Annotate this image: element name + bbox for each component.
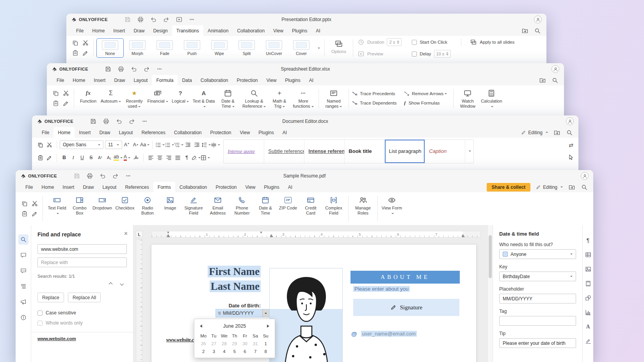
presentation-tab-ai[interactable]: AI <box>311 25 324 36</box>
calculation-button[interactable]: Calculation <box>479 87 504 110</box>
presentation-tab-animation[interactable]: Animation <box>203 25 233 36</box>
delay-checkbox[interactable] <box>412 51 417 57</box>
avatar[interactable] <box>581 172 589 180</box>
print-icon[interactable] <box>137 16 144 23</box>
previous-month-icon[interactable] <box>200 325 202 328</box>
search-icon[interactable] <box>566 129 573 136</box>
copy-icon[interactable] <box>72 39 79 46</box>
paste-icon[interactable] <box>52 100 59 107</box>
undo-icon[interactable] <box>130 66 137 73</box>
borders-icon[interactable] <box>201 153 210 162</box>
phone-number-button[interactable]: Phone Number <box>230 194 254 223</box>
multilevel-list-icon[interactable] <box>174 140 183 149</box>
numbered-list-icon[interactable] <box>165 140 174 149</box>
calendar-day[interactable]: 3 <box>209 349 219 354</box>
more-icon[interactable]: ••• <box>125 172 132 179</box>
transition-uncover[interactable]: UnCover <box>260 38 288 58</box>
spreadsheet-tab-file[interactable]: File <box>52 75 68 85</box>
clear-style-icon[interactable]: A <box>132 153 141 162</box>
manage-roles-button[interactable]: Manage Roles <box>351 194 375 223</box>
logical-button[interactable]: ? Logical <box>169 87 192 110</box>
underline-icon[interactable]: U <box>78 153 87 162</box>
presentation-tab-design[interactable]: Design <box>149 25 172 36</box>
pdf-tab-view[interactable]: View <box>241 182 260 192</box>
align-justify-icon[interactable] <box>173 153 182 162</box>
spreadsheet-tab-ai[interactable]: AI <box>305 75 318 85</box>
document-tab-plugins[interactable]: Plugins <box>254 127 278 138</box>
avatar[interactable] <box>534 16 542 23</box>
more-icon[interactable]: ••• <box>141 118 148 125</box>
presentation-tab-plugins[interactable]: Plugins <box>288 25 311 36</box>
spreadsheet-tab-plugins[interactable]: Plugins <box>281 75 304 85</box>
about-me-field[interactable]: Please enter about you <box>353 286 410 292</box>
math-trig-button[interactable]: + Math & Trig <box>268 87 291 110</box>
document-tab-home[interactable]: Home <box>53 127 75 138</box>
complex-field-button[interactable]: Complex Field <box>322 194 345 223</box>
cut-icon[interactable] <box>82 39 89 46</box>
duration-stepper[interactable]: 2 s <box>387 38 402 46</box>
lookup-reference-button[interactable]: Lookup & Reference <box>240 87 268 110</box>
transition-fade[interactable]: Fade <box>151 38 178 58</box>
document-tab-layout[interactable]: Layout <box>114 127 137 138</box>
open-file-location-icon[interactable] <box>568 184 575 191</box>
case-sensitive-checkbox[interactable] <box>37 311 43 316</box>
undo-icon[interactable] <box>150 16 157 23</box>
show-formulas-button[interactable]: ƒ Show Formulas <box>404 100 447 106</box>
trace-dependents-button[interactable]: Trace Dependents <box>352 100 397 106</box>
document-tab-references[interactable]: References <box>137 127 169 138</box>
search-input[interactable] <box>37 244 127 254</box>
named-ranges-button[interactable]: Named ranges <box>322 87 346 110</box>
spreadsheet-tab-draw[interactable]: Draw <box>110 75 129 85</box>
line-spacing-icon[interactable] <box>201 140 211 149</box>
redo-icon[interactable] <box>112 172 119 179</box>
paste-icon[interactable] <box>36 153 45 162</box>
redo-icon[interactable] <box>163 16 170 23</box>
copy-icon[interactable] <box>36 140 45 149</box>
gallery-more-button[interactable] <box>315 45 322 51</box>
calendar-day[interactable]: 29 <box>229 341 240 346</box>
spreadsheet-tab-collaboration[interactable]: Collaboration <box>196 75 233 85</box>
whole-words-checkbox[interactable] <box>37 321 43 326</box>
search-icon[interactable] <box>534 27 541 34</box>
document-tab-collaboration[interactable]: Collaboration <box>170 127 206 138</box>
next-result-icon[interactable] <box>117 280 127 288</box>
about-icon[interactable] <box>18 312 28 323</box>
calendar-day[interactable]: 2 <box>198 349 209 354</box>
style-intense-reference[interactable]: Intense reference <box>304 140 344 163</box>
document-tab-ai[interactable]: AI <box>278 127 291 138</box>
first-line-indent-marker[interactable] <box>167 232 169 234</box>
close-icon[interactable]: × <box>124 231 128 237</box>
paragraph-first-line-marker[interactable] <box>260 232 262 234</box>
tip-input[interactable] <box>499 338 576 348</box>
scrollbar-thumb[interactable] <box>489 235 492 278</box>
previous-result-icon[interactable] <box>106 280 115 288</box>
view-form-button[interactable]: View Form <box>381 194 403 223</box>
bold-icon[interactable]: B <box>60 153 69 162</box>
text-art-settings-icon[interactable]: A <box>585 323 592 330</box>
tag-input[interactable] <box>499 316 576 326</box>
redo-icon[interactable] <box>128 118 135 125</box>
copy-icon[interactable] <box>21 200 28 207</box>
strikethrough-icon[interactable]: S <box>87 153 96 162</box>
pdf-tab-forms[interactable]: Forms <box>153 182 175 192</box>
presentation-tab-draw[interactable]: Draw <box>129 25 149 36</box>
increment-font-size-icon[interactable]: A <box>122 140 131 149</box>
chat-panel-icon[interactable] <box>18 266 28 276</box>
calendar-day[interactable]: 6 <box>240 349 250 354</box>
document-tab-draw[interactable]: Draw <box>95 127 114 138</box>
pdf-tab-references[interactable]: References <box>121 182 153 192</box>
month-label[interactable]: June 2025 <box>223 323 246 329</box>
text-and-data-button[interactable]: A Text & Data <box>192 87 216 110</box>
highlight-color-icon[interactable]: ab <box>114 153 123 162</box>
open-file-location-icon[interactable] <box>553 129 560 136</box>
replace-button[interactable]: Replace <box>37 293 64 302</box>
key-select[interactable]: BirthdayDate <box>499 272 576 281</box>
date-and-time-button[interactable]: Date & Time <box>216 87 240 110</box>
watch-window-button[interactable]: Watch Window <box>456 87 479 110</box>
placeholder-input[interactable] <box>499 294 576 303</box>
spreadsheet-tab-data[interactable]: Data <box>178 75 196 85</box>
start-on-click-checkbox[interactable] <box>412 40 417 45</box>
table-settings-icon[interactable] <box>585 251 592 258</box>
spreadsheet-tab-layout[interactable]: Layout <box>129 75 152 85</box>
editing-mode-button[interactable]: Editing <box>536 185 563 190</box>
